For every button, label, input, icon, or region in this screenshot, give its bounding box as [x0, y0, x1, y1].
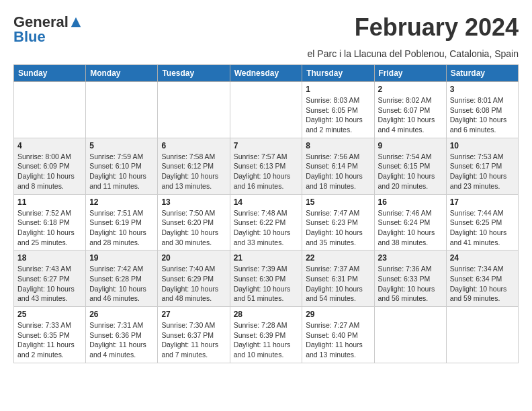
day-number: 19	[89, 253, 154, 263]
day-info: Sunrise: 7:28 AM Sunset: 6:39 PM Dayligh…	[234, 320, 299, 360]
logo-icon	[70, 16, 82, 28]
day-number: 18	[17, 253, 82, 263]
calendar-cell: 29Sunrise: 7:27 AM Sunset: 6:40 PM Dayli…	[302, 307, 374, 363]
calendar-cell	[230, 82, 302, 138]
calendar-cell: 18Sunrise: 7:43 AM Sunset: 6:27 PM Dayli…	[14, 250, 86, 307]
calendar-cell: 25Sunrise: 7:33 AM Sunset: 6:35 PM Dayli…	[14, 307, 86, 363]
day-info: Sunrise: 7:48 AM Sunset: 6:22 PM Dayligh…	[234, 208, 299, 248]
week-row-4: 25Sunrise: 7:33 AM Sunset: 6:35 PM Dayli…	[14, 307, 519, 363]
calendar-cell: 7Sunrise: 7:57 AM Sunset: 6:13 PM Daylig…	[230, 138, 302, 194]
day-number: 2	[378, 85, 443, 94]
calendar-cell	[86, 82, 158, 138]
week-row-2: 11Sunrise: 7:52 AM Sunset: 6:18 PM Dayli…	[14, 194, 519, 250]
day-number: 9	[378, 141, 443, 150]
week-row-1: 4Sunrise: 8:00 AM Sunset: 6:09 PM Daylig…	[14, 138, 519, 194]
month-title: February 2024	[355, 13, 519, 42]
location-title: el Parc i la Llacuna del Poblenou, Catal…	[13, 48, 519, 59]
day-info: Sunrise: 8:02 AM Sunset: 6:07 PM Dayligh…	[378, 95, 443, 135]
day-info: Sunrise: 7:46 AM Sunset: 6:24 PM Dayligh…	[378, 208, 443, 248]
day-number: 17	[450, 197, 515, 207]
calendar-cell: 20Sunrise: 7:40 AM Sunset: 6:29 PM Dayli…	[158, 250, 230, 307]
weekday-header-thursday: Thursday	[302, 65, 374, 82]
day-info: Sunrise: 7:54 AM Sunset: 6:15 PM Dayligh…	[378, 152, 443, 191]
day-info: Sunrise: 7:50 AM Sunset: 6:20 PM Dayligh…	[161, 208, 226, 248]
day-number: 15	[306, 197, 370, 207]
calendar-cell: 26Sunrise: 7:31 AM Sunset: 6:36 PM Dayli…	[86, 307, 158, 363]
day-info: Sunrise: 7:30 AM Sunset: 6:37 PM Dayligh…	[161, 320, 226, 360]
day-number: 5	[89, 141, 154, 150]
calendar-cell: 27Sunrise: 7:30 AM Sunset: 6:37 PM Dayli…	[158, 307, 230, 363]
calendar-cell: 1Sunrise: 8:03 AM Sunset: 6:05 PM Daylig…	[302, 82, 374, 138]
calendar-cell: 16Sunrise: 7:46 AM Sunset: 6:24 PM Dayli…	[374, 194, 446, 250]
calendar-cell: 11Sunrise: 7:52 AM Sunset: 6:18 PM Dayli…	[14, 194, 86, 250]
day-number: 20	[161, 253, 226, 263]
day-info: Sunrise: 7:40 AM Sunset: 6:29 PM Dayligh…	[161, 264, 226, 304]
day-info: Sunrise: 7:37 AM Sunset: 6:31 PM Dayligh…	[306, 264, 370, 304]
calendar-cell	[374, 307, 446, 363]
calendar-cell	[14, 82, 86, 138]
day-number: 27	[161, 310, 226, 319]
weekday-header-row: SundayMondayTuesdayWednesdayThursdayFrid…	[14, 65, 519, 82]
day-info: Sunrise: 7:42 AM Sunset: 6:28 PM Dayligh…	[89, 264, 154, 304]
calendar-cell: 21Sunrise: 7:39 AM Sunset: 6:30 PM Dayli…	[230, 250, 302, 307]
day-info: Sunrise: 7:43 AM Sunset: 6:27 PM Dayligh…	[17, 264, 82, 304]
day-number: 21	[234, 253, 299, 263]
day-number: 1	[306, 85, 370, 94]
calendar-cell: 4Sunrise: 8:00 AM Sunset: 6:09 PM Daylig…	[14, 138, 86, 194]
calendar-table: SundayMondayTuesdayWednesdayThursdayFrid…	[13, 64, 519, 363]
day-number: 16	[378, 197, 443, 207]
day-info: Sunrise: 8:03 AM Sunset: 6:05 PM Dayligh…	[306, 95, 370, 135]
day-info: Sunrise: 7:51 AM Sunset: 6:19 PM Dayligh…	[89, 208, 154, 248]
calendar-cell: 23Sunrise: 7:36 AM Sunset: 6:33 PM Dayli…	[374, 250, 446, 307]
day-number: 11	[17, 197, 82, 207]
calendar-cell: 19Sunrise: 7:42 AM Sunset: 6:28 PM Dayli…	[86, 250, 158, 307]
day-number: 13	[161, 197, 226, 207]
day-info: Sunrise: 7:44 AM Sunset: 6:25 PM Dayligh…	[450, 208, 515, 248]
day-info: Sunrise: 7:52 AM Sunset: 6:18 PM Dayligh…	[17, 208, 82, 248]
day-number: 23	[378, 253, 443, 263]
day-info: Sunrise: 7:33 AM Sunset: 6:35 PM Dayligh…	[17, 320, 82, 360]
calendar-cell	[446, 307, 518, 363]
logo: General Blue	[13, 13, 82, 46]
calendar-cell: 5Sunrise: 7:59 AM Sunset: 6:10 PM Daylig…	[86, 138, 158, 194]
calendar-cell: 15Sunrise: 7:47 AM Sunset: 6:23 PM Dayli…	[302, 194, 374, 250]
weekday-header-friday: Friday	[374, 65, 446, 82]
calendar-cell: 13Sunrise: 7:50 AM Sunset: 6:20 PM Dayli…	[158, 194, 230, 250]
day-number: 10	[450, 141, 515, 150]
day-info: Sunrise: 7:39 AM Sunset: 6:30 PM Dayligh…	[234, 264, 299, 304]
day-number: 7	[234, 141, 299, 150]
calendar-cell	[158, 82, 230, 138]
day-number: 24	[450, 253, 515, 263]
day-info: Sunrise: 7:47 AM Sunset: 6:23 PM Dayligh…	[306, 208, 370, 248]
week-row-0: 1Sunrise: 8:03 AM Sunset: 6:05 PM Daylig…	[14, 82, 519, 138]
day-number: 4	[17, 141, 82, 150]
day-number: 3	[450, 85, 515, 94]
day-info: Sunrise: 7:57 AM Sunset: 6:13 PM Dayligh…	[234, 152, 299, 191]
calendar-cell: 2Sunrise: 8:02 AM Sunset: 6:07 PM Daylig…	[374, 82, 446, 138]
day-info: Sunrise: 7:31 AM Sunset: 6:36 PM Dayligh…	[89, 320, 154, 360]
calendar-cell: 24Sunrise: 7:34 AM Sunset: 6:34 PM Dayli…	[446, 250, 518, 307]
weekday-header-monday: Monday	[86, 65, 158, 82]
day-info: Sunrise: 7:53 AM Sunset: 6:17 PM Dayligh…	[450, 152, 515, 191]
day-number: 14	[234, 197, 299, 207]
week-row-3: 18Sunrise: 7:43 AM Sunset: 6:27 PM Dayli…	[14, 250, 519, 307]
day-info: Sunrise: 7:34 AM Sunset: 6:34 PM Dayligh…	[450, 264, 515, 304]
day-info: Sunrise: 7:27 AM Sunset: 6:40 PM Dayligh…	[306, 320, 370, 360]
day-number: 8	[306, 141, 370, 150]
calendar-cell: 3Sunrise: 8:01 AM Sunset: 6:08 PM Daylig…	[446, 82, 518, 138]
day-info: Sunrise: 7:59 AM Sunset: 6:10 PM Dayligh…	[89, 152, 154, 191]
calendar-cell: 14Sunrise: 7:48 AM Sunset: 6:22 PM Dayli…	[230, 194, 302, 250]
day-number: 29	[306, 310, 370, 319]
weekday-header-saturday: Saturday	[446, 65, 518, 82]
calendar-cell: 8Sunrise: 7:56 AM Sunset: 6:14 PM Daylig…	[302, 138, 374, 194]
day-info: Sunrise: 7:58 AM Sunset: 6:12 PM Dayligh…	[161, 152, 226, 191]
day-number: 22	[306, 253, 370, 263]
calendar-cell: 28Sunrise: 7:28 AM Sunset: 6:39 PM Dayli…	[230, 307, 302, 363]
day-number: 28	[234, 310, 299, 319]
day-number: 26	[89, 310, 154, 319]
day-info: Sunrise: 7:36 AM Sunset: 6:33 PM Dayligh…	[378, 264, 443, 304]
calendar-cell: 12Sunrise: 7:51 AM Sunset: 6:19 PM Dayli…	[86, 194, 158, 250]
calendar-cell: 22Sunrise: 7:37 AM Sunset: 6:31 PM Dayli…	[302, 250, 374, 307]
day-info: Sunrise: 8:00 AM Sunset: 6:09 PM Dayligh…	[17, 152, 82, 191]
weekday-header-wednesday: Wednesday	[230, 65, 302, 82]
